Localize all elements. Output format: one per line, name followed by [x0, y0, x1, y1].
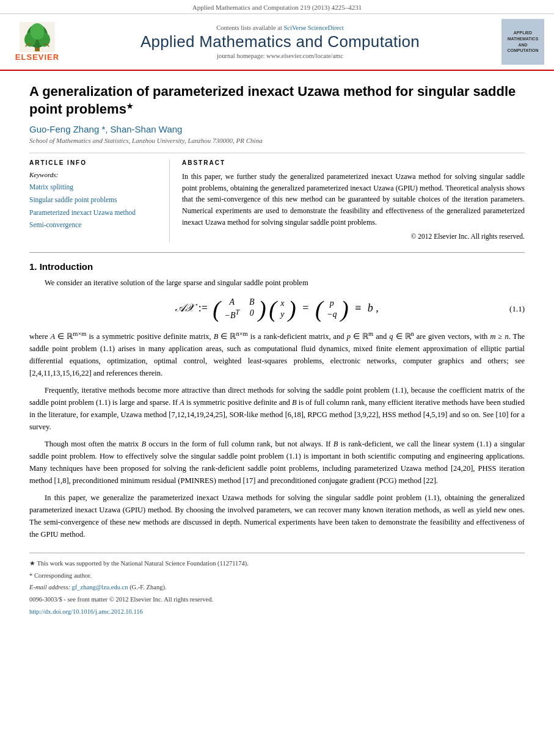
- contents-line: Contents lists available at SciVerse Sci…: [65, 24, 495, 31]
- para-3: Though most often the matrix B occurs in…: [29, 438, 525, 487]
- keyword-2[interactable]: Singular saddle point problems: [29, 194, 161, 206]
- keywords-label: Keywords:: [29, 171, 161, 178]
- keyword-3[interactable]: Parameterized inexact Uzawa method: [29, 206, 161, 219]
- homepage-url[interactable]: www.elsevier.com/locate/amc: [266, 53, 343, 59]
- footnote-email-link[interactable]: gf_zhang@lzu.edu.cn: [72, 584, 128, 591]
- abstract-body: In this paper, we further study the gene…: [182, 172, 525, 226]
- abstract-text: In this paper, we further study the gene…: [182, 171, 525, 242]
- authors-line: Guo-Feng Zhang *, Shan-Shan Wang: [29, 124, 525, 134]
- affiliation-text: School of Mathematics and Statistics, La…: [29, 137, 263, 144]
- sciverse-link[interactable]: SciVerse ScienceDirect: [283, 24, 343, 31]
- elsevier-logo-area: ELSEVIER: [10, 22, 65, 62]
- abstract-label: ABSTRACT: [182, 159, 525, 166]
- abstract-col: ABSTRACT In this paper, we further study…: [182, 159, 525, 242]
- article-info-col: ARTICLE INFO Keywords: Matrix splitting …: [29, 159, 170, 242]
- title-star: ★: [126, 101, 133, 110]
- journal-header: ELSEVIER Contents lists available at Sci…: [0, 14, 554, 71]
- footnotes: ★ This work was supported by the Nationa…: [29, 553, 525, 617]
- svg-point-5: [30, 23, 44, 40]
- footnote-doi-link[interactable]: http://dx.doi.org/10.1016/j.amc.2012.10.…: [29, 608, 143, 615]
- citation-bar: Applied Mathematics and Computation 219 …: [0, 0, 554, 14]
- article-info-abstract: ARTICLE INFO Keywords: Matrix splitting …: [29, 153, 525, 242]
- main-content: A generalization of parameterized inexac…: [0, 71, 554, 631]
- footnote-star-text: ★ This work was supported by the Nationa…: [29, 560, 249, 567]
- intro-heading: 1. Introduction: [29, 261, 525, 272]
- elsevier-brand-text: ELSEVIER: [15, 53, 59, 62]
- footnote-email: E-mail address: gf_zhang@lzu.edu.cn (G.-…: [29, 582, 525, 593]
- equation-1-1-block: 𝒜𝒳 := ( A B −BT 0 ) ( x y ) =: [29, 297, 525, 321]
- para-4: In this paper, we generalize the paramet…: [29, 492, 525, 540]
- keyword-4[interactable]: Semi-convergence: [29, 219, 161, 231]
- right-logo-text: APPLIEDMATHEMATICSANDCOMPUTATION: [507, 30, 538, 54]
- footnote-star: ★ This work was supported by the Nationa…: [29, 558, 525, 569]
- footnote-email-label: E-mail address:: [29, 584, 72, 591]
- footnote-corresponding: * Corresponding author.: [29, 570, 525, 581]
- footnote-corresponding-text: * Corresponding author.: [29, 572, 92, 579]
- article-title: A generalization of parameterized inexac…: [29, 83, 525, 118]
- article-title-text: A generalization of parameterized inexac…: [29, 84, 516, 117]
- right-logo-area: APPLIEDMATHEMATICSANDCOMPUTATION: [495, 19, 544, 65]
- elsevier-logo: ELSEVIER: [10, 22, 65, 62]
- authors-text: Guo-Feng Zhang *, Shan-Shan Wang: [29, 124, 182, 134]
- section-divider: [29, 252, 525, 253]
- keyword-1[interactable]: Matrix splitting: [29, 181, 161, 194]
- footnote-doi: http://dx.doi.org/10.1016/j.amc.2012.10.…: [29, 606, 525, 617]
- footnote-issn-text: 0096-3003/$ - see front matter © 2012 El…: [29, 596, 213, 603]
- citation-text: Applied Mathematics and Computation 219 …: [192, 4, 362, 11]
- footnote-issn: 0096-3003/$ - see front matter © 2012 El…: [29, 594, 525, 605]
- article-info-label: ARTICLE INFO: [29, 159, 161, 166]
- para-2: Frequently, iterative methods become mor…: [29, 384, 525, 433]
- elsevier-tree-icon: [19, 22, 56, 53]
- para-after-eq: where A ∈ ℝm×m is a symmetric positive d…: [29, 329, 525, 379]
- intro-para1: We consider an iterative solution of the…: [29, 277, 525, 289]
- journal-title: Applied Mathematics and Computation: [65, 32, 495, 51]
- equation-1-1: 𝒜𝒳 := ( A B −BT 0 ) ( x y ) =: [175, 297, 379, 321]
- journal-center-info: Contents lists available at SciVerse Sci…: [65, 24, 495, 59]
- footnote-email-name: (G.-F. Zhang).: [129, 584, 166, 591]
- equation-number-1-1: (1.1): [509, 304, 525, 314]
- contents-prefix: Contents lists available at: [216, 24, 282, 31]
- affiliation-line: School of Mathematics and Statistics, La…: [29, 137, 525, 144]
- homepage-line: journal homepage: www.elsevier.com/locat…: [65, 53, 495, 59]
- homepage-prefix: journal homepage:: [217, 53, 264, 59]
- right-journal-logo-box: APPLIEDMATHEMATICSANDCOMPUTATION: [501, 19, 544, 65]
- copyright-text: © 2012 Elsevier Inc. All rights reserved…: [182, 231, 525, 242]
